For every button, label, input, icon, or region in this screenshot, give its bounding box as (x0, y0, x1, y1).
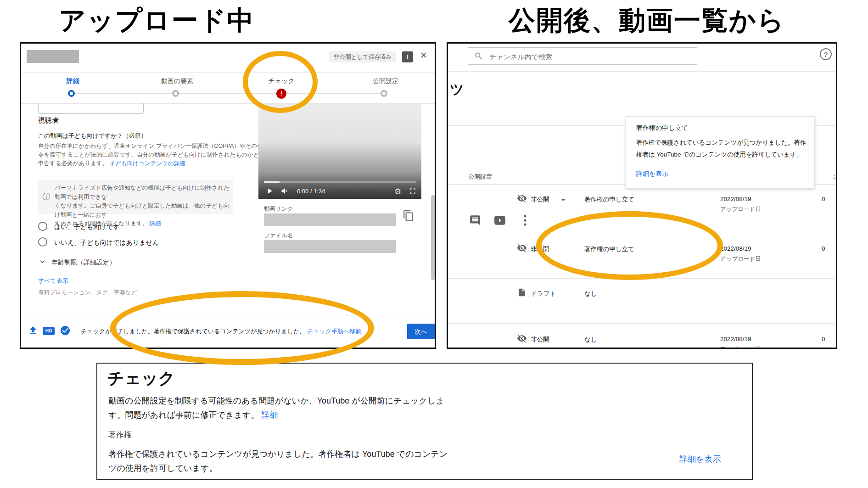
row4-restrictions: なし (584, 336, 597, 344)
go-to-checks-link[interactable]: チェック手順へ移動 (307, 328, 362, 335)
radio-made-for-kids-no-label: いいえ、子ども向けではありません (54, 239, 159, 247)
comments-icon[interactable] (469, 214, 481, 228)
check-title: チェック (107, 367, 175, 390)
row4-visibility[interactable]: 非公開 (531, 336, 549, 344)
step-dot-details[interactable] (68, 90, 75, 97)
step-dot-checks-error[interactable]: ! (276, 89, 286, 99)
search-icon (474, 51, 483, 62)
row1-visibility-dropdown-icon[interactable] (561, 199, 566, 201)
row4-date: 2022/08/19 (720, 336, 751, 342)
feedback-icon[interactable]: ! (402, 51, 413, 62)
check-intro-line2-text: す。問題があれば事前に修正できます。 (108, 410, 259, 420)
dialog-scrollbar[interactable] (431, 195, 435, 280)
column-partial: ン (833, 173, 837, 181)
eye-off-icon (517, 243, 527, 255)
search-input[interactable] (488, 48, 692, 65)
tooltip-title: 著作権の申し立て (636, 124, 688, 132)
row2-restrictions[interactable]: 著作権の申し立て (584, 245, 634, 253)
close-icon[interactable]: ✕ (420, 50, 427, 61)
fullscreen-icon[interactable] (408, 186, 417, 197)
info-details-link[interactable]: 詳細 (150, 220, 161, 227)
audience-heading: 視聴者 (38, 116, 59, 125)
row2-views: 0 (822, 245, 825, 252)
youtube-play-icon[interactable] (494, 215, 506, 227)
show-all-link[interactable]: すべて表示 (38, 277, 68, 285)
check-intro-line2: す。問題があれば事前に修正できます。 詳細 (108, 408, 444, 422)
video-link-label: 動画リンク (264, 205, 293, 213)
more-options-icon[interactable] (523, 214, 527, 228)
more-settings-hint: 有料プロモーション、タグ、字幕など (38, 289, 137, 297)
play-icon[interactable] (265, 186, 274, 197)
radio-made-for-kids-yes[interactable] (38, 222, 47, 231)
audience-description-line3-text: 申告する必要があります。 (38, 160, 108, 167)
tab-visibility[interactable]: 公開設定 (349, 77, 422, 85)
partial-heading: ツ (450, 80, 464, 99)
tab-video-elements[interactable]: 動画の要素 (140, 77, 214, 85)
copyright-details-link[interactable]: 詳細を表示 (679, 454, 721, 465)
row-divider (448, 232, 836, 232)
footer-status-text: チェックが完了しました。著作権で保護されているコンテンツが見つかりました。 (81, 328, 305, 335)
row1-visibility[interactable]: 非公開 (531, 196, 549, 204)
footer-status: チェックが完了しました。著作権で保護されているコンテンツが見つかりました。 チェ… (81, 327, 361, 336)
video-list-panel: ? ツ 公開設定 ン 非公開 著作権の申し立て 2022/08/19 アップロー… (447, 42, 837, 349)
check-intro-line1: 動画の公開設定を制限する可能性のある問題がないか、YouTube が公開前にチェ… (108, 394, 444, 408)
info-icon: i (43, 193, 50, 200)
next-button[interactable]: 次へ (407, 324, 435, 339)
row2-date-sub: アップロード日 (720, 255, 761, 263)
check-explainer-box: チェック 動画の公開設定を制限する可能性のある問題がないか、YouTube が公… (96, 363, 753, 480)
video-title-redacted (27, 50, 79, 63)
tooltip-body-line2: 権者は YouTube でのコンテンツの使用を許可しています。 (636, 149, 806, 161)
step-dot-visibility[interactable] (381, 90, 387, 97)
row1-views: 0 (822, 196, 825, 202)
cropped-input-field[interactable] (38, 103, 144, 114)
row3-visibility[interactable]: ドラフト (531, 290, 556, 298)
help-icon[interactable]: ? (820, 48, 832, 60)
row2-visibility[interactable]: 非公開 (531, 245, 549, 253)
column-visibility[interactable]: 公開設定 (468, 173, 492, 181)
search-divider (448, 71, 836, 72)
copyright-heading: 著作権 (108, 430, 132, 440)
check-intro: 動画の公開設定を制限する可能性のある問題がないか、YouTube が公開前にチェ… (108, 394, 444, 422)
draft-file-icon (517, 287, 526, 299)
copyright-body-line2: ツの使用を許可しています。 (108, 461, 448, 476)
row1-restrictions[interactable]: 著作権の申し立て (584, 196, 634, 204)
player-time: 0:00 / 1:34 (297, 188, 325, 195)
tooltip-details-link[interactable]: 詳細を表示 (636, 170, 668, 178)
audience-description-line2: 令を遵守することが法的に必要です。自分の動画が子ども向けに制作されたものかどうか… (38, 151, 277, 159)
radio-made-for-kids-no[interactable] (38, 237, 47, 247)
row4-views: 0 (822, 336, 825, 342)
copy-icon[interactable] (403, 210, 414, 224)
stepper-line (73, 93, 386, 94)
row2-date: 2022/08/19 (720, 245, 751, 252)
player-progress-track[interactable] (264, 181, 416, 183)
upload-icon (28, 325, 39, 338)
info-text: パーソナライズド広告や通知などの機能は子ども向けに制作された動画では利用できな … (55, 184, 233, 229)
tooltip-body: 著作権で保護されているコンテンツが見つかりました。著作 権者は YouTube … (636, 137, 806, 161)
upload-dialog: 非公開として保存済み ! ✕ 詳細 動画の要素 チェック 公開設定 ! 視聴者 … (20, 42, 436, 349)
age-restriction-toggle[interactable]: 年齢制限（詳細設定） (51, 258, 116, 267)
volume-icon[interactable] (280, 186, 290, 197)
tooltip-body-line1: 著作権で保護されているコンテンツが見つかりました。著作 (636, 137, 806, 149)
file-name-redacted (264, 240, 396, 253)
video-link-redacted (264, 213, 396, 226)
chevron-down-icon[interactable] (38, 258, 46, 268)
header-divider (21, 72, 435, 73)
check-details-link[interactable]: 詳細 (261, 410, 278, 420)
tab-checks[interactable]: チェック (245, 77, 318, 85)
file-name-label: ファイル名 (264, 232, 293, 240)
gear-icon[interactable]: ⚙ (394, 187, 401, 196)
row3-restrictions: なし (584, 290, 597, 298)
row-divider (448, 323, 836, 324)
step-dot-video-elements[interactable] (172, 90, 179, 97)
annotation-title-right: 公開後、動画一覧から (509, 3, 785, 39)
video-preview-player[interactable]: 0:00 / 1:34 ⚙ (258, 104, 421, 199)
audience-description-line3: 申告する必要があります。 子ども向けコンテンツの詳細 (38, 159, 277, 168)
audience-question: この動画は子ども向けですか？（必須） (38, 132, 147, 140)
channel-search-box[interactable] (468, 47, 697, 65)
copyright-body-line1: 著作権で保護されているコンテンツが見つかりました。著作権者は YouTube で… (108, 447, 448, 461)
row4-date-sub: アップロード日 (720, 346, 761, 349)
eye-off-icon (517, 193, 527, 205)
kids-content-details-link[interactable]: 子ども向けコンテンツの詳細 (110, 160, 185, 167)
info-line2: くなります。ご自身で子ども向けと設定した動画は、他の子ども向け動画と一緒におす (55, 202, 233, 219)
tab-details[interactable]: 詳細 (36, 77, 110, 85)
